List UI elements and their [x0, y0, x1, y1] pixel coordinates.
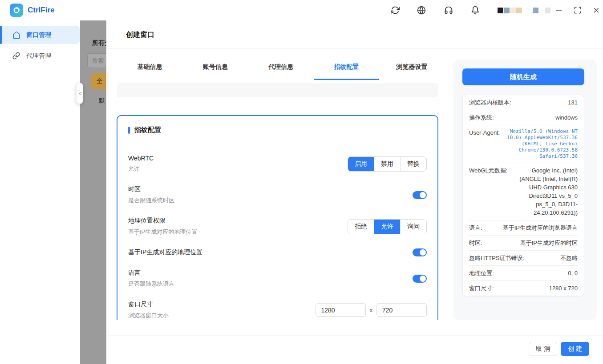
default-group-label: 默: [99, 97, 105, 105]
summary-label: WebGL元数据:: [469, 166, 507, 175]
summary-row: WebGL元数据:Google Inc. (Intel) (ANGLE (Int…: [469, 163, 578, 220]
summary-value: windows: [498, 113, 578, 122]
maximize-icon[interactable]: [574, 6, 582, 14]
setting-label: WebRTC: [128, 155, 154, 162]
setting-control: x: [316, 303, 427, 317]
toggle-knob: [420, 276, 426, 282]
segment-option[interactable]: 拒绝: [348, 220, 374, 234]
toggle-switch[interactable]: [413, 275, 427, 283]
cancel-button[interactable]: 取 消: [529, 342, 557, 356]
home-icon: [12, 31, 20, 39]
setting-label-block: 基于IP生成对应的地理位置: [128, 248, 202, 256]
summary-label: 窗口尺寸:: [469, 284, 494, 292]
summary-row: 时区:基于IP生成对应的时区: [469, 236, 578, 251]
fingerprint-summary-panel: 随机生成 浏览器内核版本:131操作系统:windowsUser-Agent:M…: [453, 60, 597, 320]
toggle-knob: [420, 192, 426, 198]
size-separator: x: [370, 307, 373, 313]
summary-value: 不忽略: [528, 254, 578, 262]
fingerprint-row: 窗口尺寸浏览器窗口大小x: [128, 300, 427, 320]
chevron-left-icon: [77, 91, 82, 96]
fingerprint-row: 基于IP生成对应的地理位置: [128, 248, 427, 256]
search-input[interactable]: 搜索: [87, 53, 106, 68]
fingerprint-row: 语言是否跟随系统语言: [128, 269, 427, 288]
tab-2[interactable]: 账号信息: [182, 55, 248, 80]
headset-icon[interactable]: [444, 6, 453, 15]
tab-1[interactable]: 基础信息: [117, 55, 182, 80]
fingerprint-row: WebRTC允许启用禁用替换: [128, 155, 427, 173]
toggle-knob: [420, 249, 426, 256]
summary-label: 地理位置:: [469, 269, 494, 277]
summary-row: 忽略HTTPS证书错误:不忽略: [469, 251, 578, 266]
setting-label-block: 语言是否跟随系统语言: [128, 269, 174, 288]
scrolled-section-remnant: [117, 83, 438, 97]
setting-label-block: 地理位置权限基于IP生成对应的地理位置: [128, 217, 197, 236]
summary-value: 131: [515, 98, 578, 107]
minimize-icon[interactable]: [555, 6, 563, 14]
brand: CtrlFire: [10, 4, 54, 17]
window-height-input[interactable]: [376, 303, 427, 317]
tab-5[interactable]: 浏览器设置: [379, 55, 445, 80]
modal-title: 创建窗口: [126, 30, 154, 40]
sidebar-collapse-handle[interactable]: [76, 83, 83, 104]
refresh-icon[interactable]: [391, 6, 400, 15]
summary-label: User-Agent:: [469, 128, 500, 137]
setting-sublabel: 基于IP生成对应的地理位置: [128, 228, 197, 236]
color-swatch[interactable]: [516, 8, 522, 13]
setting-control: 拒绝允许询问: [348, 219, 427, 234]
summary-label: 浏览器内核版本:: [469, 98, 511, 107]
fingerprint-row: 地理位置权限基于IP生成对应的地理位置拒绝允许询问: [128, 217, 427, 236]
segment-option[interactable]: 禁用: [374, 157, 400, 171]
fingerprint-rows: WebRTC允许启用禁用替换时区是否跟随系统时区地理位置权限基于IP生成对应的地…: [128, 155, 427, 320]
color-swatch[interactable]: [510, 8, 516, 13]
tab-3[interactable]: 代理信息: [248, 55, 313, 80]
group-panel-title: 所有分: [92, 39, 106, 47]
segment-option[interactable]: 允许: [374, 220, 400, 234]
segment-option[interactable]: 启用: [348, 157, 374, 171]
setting-label-block: 时区是否跟随系统时区: [128, 185, 174, 204]
setting-control: [413, 191, 427, 199]
color-swatch[interactable]: [504, 8, 510, 13]
setting-sublabel: 浏览器窗口大小: [128, 312, 169, 320]
setting-label: 窗口尺寸: [128, 300, 169, 308]
toggle-switch[interactable]: [413, 191, 427, 199]
setting-label: 地理位置权限: [128, 217, 197, 225]
summary-label: 操作系统:: [469, 113, 494, 122]
divider: [128, 142, 427, 142]
color-swatch[interactable]: [526, 8, 532, 13]
setting-label-block: WebRTC允许: [128, 155, 154, 173]
link-icon: [12, 52, 20, 60]
summary-row: 地理位置:0, 0: [469, 266, 578, 281]
window-width-input[interactable]: [316, 303, 366, 317]
all-groups-button[interactable]: 全: [91, 73, 106, 89]
create-button[interactable]: 创 建: [561, 342, 589, 356]
segment-option[interactable]: 询问: [400, 220, 426, 234]
toggle-switch[interactable]: [413, 248, 427, 256]
color-swatch[interactable]: [545, 8, 550, 13]
color-palette[interactable]: [498, 8, 551, 13]
summary-value: Mozilla/5.0 (Windows NT 10.0) AppleWebKi…: [503, 128, 578, 160]
summary-label: 语言:: [469, 224, 482, 232]
fingerprint-config-card: 指纹配置 WebRTC允许启用禁用替换时区是否跟随系统时区地理位置权限基于IP生…: [117, 115, 438, 320]
random-generate-button[interactable]: 随机生成: [462, 68, 584, 85]
sidebar-item-proxy-management[interactable]: 代理管理: [0, 47, 80, 65]
footer-divider: [106, 336, 603, 336]
summary-row: 语言:基于IP生成对应的浏览器语言: [469, 220, 578, 236]
setting-label: 基于IP生成对应的地理位置: [128, 248, 202, 256]
globe-icon[interactable]: [417, 6, 426, 15]
segmented-control: 启用禁用替换: [348, 156, 427, 172]
summary-row: 窗口尺寸:1280 x 720: [469, 281, 578, 296]
segmented-control: 拒绝允许询问: [348, 219, 427, 234]
sidebar-item-window-management[interactable]: 窗口管理: [0, 26, 80, 44]
summary-value: Google Inc. (Intel) (ANGLE (Intel, Intel…: [511, 166, 578, 217]
setting-label: 时区: [128, 185, 174, 193]
modal-content: 指纹配置 WebRTC允许启用禁用替换时区是否跟随系统时区地理位置权限基于IP生…: [106, 80, 453, 320]
setting-label: 语言: [128, 269, 174, 277]
color-swatch[interactable]: [533, 8, 538, 13]
color-swatch[interactable]: [498, 8, 503, 13]
segment-option[interactable]: 替换: [400, 157, 426, 171]
tab-4[interactable]: 指纹配置: [314, 55, 379, 80]
close-icon[interactable]: [592, 6, 600, 14]
all-groups-label: 全: [97, 77, 103, 85]
summary-value: 基于IP生成对应的时区: [486, 239, 578, 247]
modal-tabs: 基础信息账号信息代理信息指纹配置浏览器设置: [117, 55, 445, 80]
